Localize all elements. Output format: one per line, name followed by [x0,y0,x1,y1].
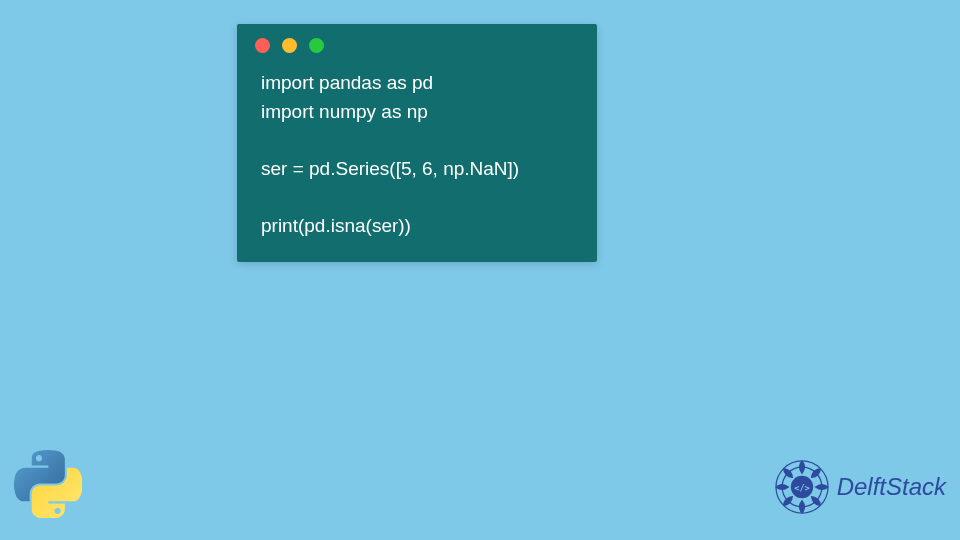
maximize-icon [309,38,324,53]
code-content: import pandas as pd import numpy as np s… [237,63,597,262]
close-icon [255,38,270,53]
code-line: import numpy as np [261,101,428,122]
python-logo-icon [14,450,82,518]
code-line: import pandas as pd [261,72,433,93]
brand-name: DelftStack [837,473,946,501]
minimize-icon [282,38,297,53]
code-line: print(pd.isna(ser)) [261,215,411,236]
delftstack-logo: </> DelftStack [771,456,946,518]
traffic-lights [237,24,597,63]
code-window: import pandas as pd import numpy as np s… [237,24,597,262]
mandala-icon: </> [771,456,833,518]
svg-text:</>: </> [794,483,810,493]
code-line: ser = pd.Series([5, 6, np.NaN]) [261,158,519,179]
